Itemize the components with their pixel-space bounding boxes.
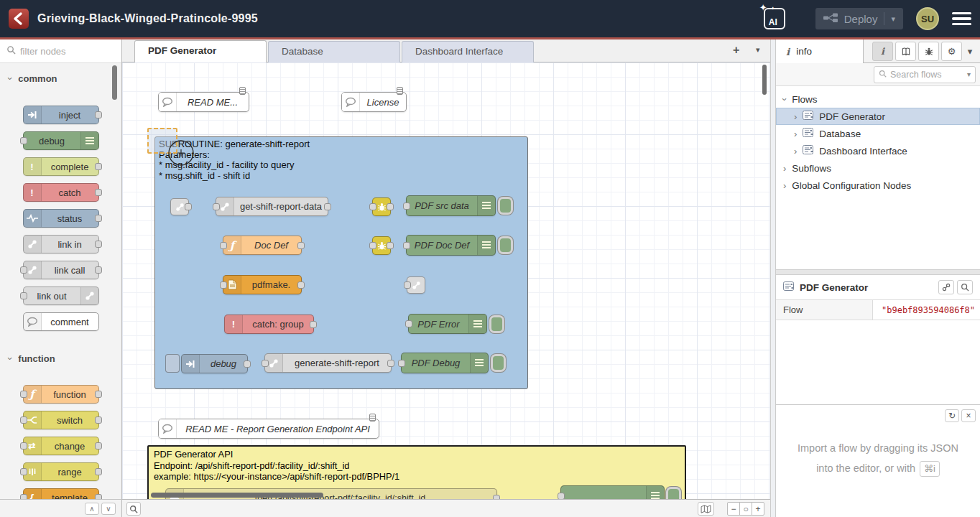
output-port[interactable] [95,241,102,248]
node-link-in[interactable] [170,198,189,215]
output-port[interactable] [387,360,394,367]
input-port[interactable] [404,281,411,289]
zoom-out-button[interactable]: − [727,502,740,516]
close-icon[interactable]: × [961,409,976,422]
input-port[interactable] [20,416,27,424]
sidebar-tab-info[interactable]: i info [776,39,864,63]
node-link-out[interactable] [407,276,425,294]
input-port[interactable] [20,391,27,398]
output-port[interactable] [95,111,102,118]
debug-toggle-button[interactable] [491,354,506,372]
debug-toggle-button[interactable] [498,236,513,254]
output-port[interactable] [95,468,102,475]
node-get-shift-report-data[interactable]: get-shift-report-data [216,197,328,216]
output-port[interactable] [95,391,102,398]
main-menu-button[interactable] [952,12,971,26]
palette-node-link-in[interactable]: link in [23,235,99,253]
node-pdf-error[interactable]: PDF Error [408,314,487,334]
minimap-button[interactable] [698,502,714,516]
input-port[interactable] [20,266,27,274]
sidebar-splitter[interactable] [770,39,776,517]
node-pdf-doc-def[interactable]: PDF Doc Def [406,235,496,256]
palette-node-link-out[interactable]: link out [23,287,99,305]
tree-item-pdf-generator[interactable]: › PDF Generator [776,108,980,125]
node-pdf-src-data[interactable]: PDF src data [406,195,496,216]
tab-database[interactable]: Database [268,41,400,62]
zoom-reset-button[interactable]: ○ [739,502,752,516]
node-pdf-debug[interactable]: PDF Debug [401,353,489,373]
palette-node-debug[interactable]: debug [23,131,99,150]
info-tool-button[interactable]: i [872,42,893,61]
input-port[interactable] [405,320,412,327]
output-port[interactable] [297,281,305,289]
input-port[interactable] [558,493,565,500]
canvas-search-button[interactable] [126,502,141,516]
debug-toggle-button[interactable] [666,487,681,499]
canvas-horizontal-scrollbar[interactable] [151,493,323,498]
node-debug-junction[interactable] [372,197,391,216]
palette-node-complete[interactable]: ! complete [23,157,99,176]
input-port[interactable] [403,202,410,210]
user-avatar[interactable]: SU [916,7,939,30]
deploy-caret-icon[interactable]: ▾ [891,14,895,24]
zoom-in-button[interactable]: + [752,502,764,516]
output-port[interactable] [244,360,251,368]
tree-global-config-header[interactable]: › Global Configuration Nodes [776,177,980,194]
node-debug-inject[interactable]: debug [181,354,248,373]
node-generate-shift-report[interactable]: generate-shift-report [264,353,392,373]
tree-item-dashboard-interface[interactable]: › Dashboard Interface [776,142,980,159]
palette-category-function[interactable]: › function [0,350,121,367]
ai-assistant-button[interactable]: ✦ ✦ AI [764,8,785,29]
help-book-button[interactable] [895,42,916,61]
output-port[interactable] [95,442,102,450]
node-doc-def[interactable]: ƒ Doc Def [223,236,302,255]
group-subroutine[interactable]: SUBROUTINE: generate-shift-report Parame… [154,136,528,389]
sidebar-caret-icon[interactable]: ▾ [964,42,976,61]
node-debug-junction[interactable] [372,236,391,255]
comment-readme[interactable]: READ ME... [158,92,249,112]
input-port[interactable] [220,242,227,249]
input-port[interactable] [213,203,220,210]
output-port[interactable] [324,203,331,210]
tree-subflows-header[interactable]: › Subflows [776,159,980,177]
output-port[interactable] [95,189,102,196]
palette-node-comment[interactable]: comment [23,312,99,331]
input-port[interactable] [262,360,269,367]
output-port[interactable] [95,266,102,274]
comment-readme-endpoint[interactable]: READ ME - Report Generation Endpoint API [158,419,379,439]
palette-node-catch[interactable]: ! catch [23,183,99,202]
palette-node-change[interactable]: ⇄ change [23,437,99,455]
input-port[interactable] [403,242,410,249]
tab-list-caret-icon[interactable]: ▾ [756,45,760,55]
palette-scroll-up-button[interactable]: ∧ [85,503,99,515]
flow-canvas[interactable]: SUBROUTINE: generate-shift-report Parame… [122,62,770,499]
add-flow-button[interactable]: + [733,44,739,57]
tree-flows-header[interactable]: › Flows [776,90,980,108]
palette-category-common[interactable]: › common [0,70,121,87]
tree-item-database[interactable]: › Database [776,125,980,142]
node-pdfmake[interactable]: pdfmake. [223,275,302,294]
output-port[interactable] [310,321,317,328]
palette-filter-input[interactable] [20,46,101,57]
tab-dashboard-interface[interactable]: Dashboard Interface [402,41,534,62]
copy-link-button[interactable] [938,280,954,294]
output-port[interactable] [95,163,102,170]
node-debug-partial[interactable] [560,485,665,499]
input-port[interactable] [20,442,27,450]
node-catch-group[interactable]: ! catch: group [224,315,314,334]
input-port[interactable] [369,203,376,210]
palette-scroll-down-button[interactable]: ∨ [101,503,116,515]
input-port[interactable] [369,242,376,249]
search-flows-input[interactable] [890,70,963,80]
palette-node-inject[interactable]: inject [23,106,99,124]
search-button[interactable] [957,280,973,294]
debug-bug-button[interactable] [918,42,939,61]
canvas-vertical-scrollbar[interactable] [762,65,767,95]
output-port[interactable] [387,203,394,210]
input-port[interactable] [20,494,27,499]
caret-down-icon[interactable]: ▾ [967,71,971,78]
output-port[interactable] [95,416,102,424]
tab-pdf-generator[interactable]: PDF Generator [134,40,267,62]
comment-license[interactable]: License [341,92,407,112]
deploy-button[interactable]: Deploy ▾ [815,8,903,29]
